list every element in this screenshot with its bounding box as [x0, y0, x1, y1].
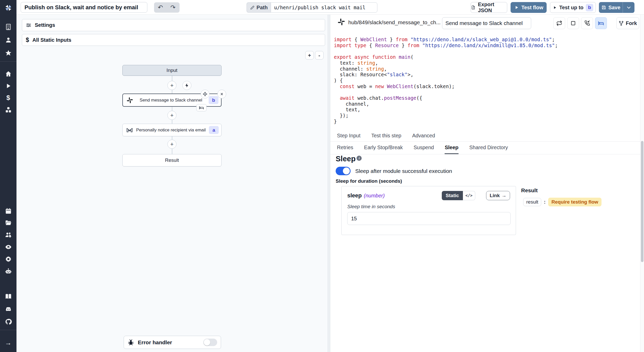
user-icon[interactable]: [0, 35, 16, 45]
insert-step-button[interactable]: +: [167, 111, 176, 120]
trigger-bolt-button[interactable]: [182, 81, 191, 90]
link-button[interactable]: Link →: [486, 191, 510, 200]
topbar: ↶ ↷ Path Export JSON Test flow Test up t…: [16, 0, 644, 15]
book-icon[interactable]: [0, 292, 16, 301]
subtab-shared-directory[interactable]: Shared Directory: [469, 142, 508, 154]
sidebar-divider: [0, 330, 16, 330]
path-group: Path: [247, 2, 377, 13]
sleep-field-name: sleep: [347, 192, 362, 199]
slack-icon: [126, 97, 133, 104]
test-flow-button[interactable]: Test flow: [511, 2, 547, 13]
error-handler-toggle[interactable]: [203, 339, 217, 346]
test-up-to-label: Test up to: [559, 5, 583, 11]
dollar-icon: $: [26, 37, 29, 44]
code-editor[interactable]: import { WebClient } from "https://deno.…: [334, 37, 639, 124]
step-id-badge: a: [209, 126, 219, 134]
error-handler-node[interactable]: Error handler: [124, 336, 221, 349]
plus-icon: +: [170, 112, 174, 119]
zoom-out-button[interactable]: -: [315, 51, 324, 60]
scrollbar[interactable]: [640, 15, 644, 352]
code-line: }: [334, 119, 639, 124]
path-edit-button[interactable]: Path: [247, 2, 271, 13]
windmill-flow-editor: $ →: [0, 0, 644, 352]
eye-icon[interactable]: [0, 242, 16, 252]
redo-icon: ↷: [170, 4, 175, 11]
flow-title-input[interactable]: [21, 2, 147, 13]
plus-icon: +: [170, 82, 174, 89]
bolt-icon: [184, 83, 189, 88]
folder-icon[interactable]: [0, 218, 16, 227]
sleep-seconds-input[interactable]: [347, 212, 511, 225]
sleep-input-description: Sleep time in seconds: [347, 204, 510, 209]
zoom-in-button[interactable]: +: [305, 51, 314, 60]
step-badge: b: [586, 4, 593, 11]
early-stop-icon-button[interactable]: [567, 17, 579, 29]
building-icon[interactable]: [0, 22, 16, 31]
minus-icon: -: [318, 52, 320, 58]
redo-button[interactable]: ↷: [167, 2, 179, 13]
export-json-button[interactable]: Export JSON: [471, 2, 507, 13]
discord-icon[interactable]: [0, 305, 16, 314]
arrow-right-icon: →: [502, 193, 506, 198]
slack-icon: [337, 18, 345, 26]
save-dropdown-button[interactable]: [623, 2, 634, 13]
home-icon[interactable]: [0, 69, 16, 78]
subtab-early-stop-break[interactable]: Early Stop/Break: [364, 142, 403, 154]
subtab-sleep[interactable]: Sleep: [445, 142, 458, 154]
info-icon[interactable]: i: [357, 156, 362, 161]
flow-node-result[interactable]: Result: [122, 154, 222, 166]
sleep-icon-button[interactable]: [595, 17, 607, 29]
windmill-logo-icon[interactable]: [0, 3, 16, 12]
insert-step-button[interactable]: +: [167, 81, 176, 90]
save-button[interactable]: Save: [599, 2, 623, 13]
fork-button[interactable]: Fork: [616, 17, 639, 29]
square-icon: [570, 20, 576, 26]
save-button-group: Save: [599, 2, 634, 13]
tab-advanced[interactable]: Advanced: [412, 131, 435, 141]
scrollbar-thumb[interactable]: [641, 141, 643, 262]
subtab-retries[interactable]: Retries: [337, 142, 353, 154]
tab-test-this-step[interactable]: Test this step: [371, 131, 401, 141]
insert-step-button[interactable]: +: [167, 140, 176, 149]
delete-step-button[interactable]: [217, 90, 226, 98]
github-icon[interactable]: [0, 317, 16, 326]
robot-icon[interactable]: [0, 266, 16, 276]
path-input[interactable]: [271, 2, 377, 13]
undo-button[interactable]: ↶: [154, 2, 167, 13]
flow-graph-panel: Settings $ All Static Inputs + - Input +…: [16, 15, 328, 352]
cubes-icon[interactable]: [0, 105, 16, 114]
settings-label: Settings: [35, 22, 55, 28]
static-segment-button[interactable]: Static: [442, 191, 463, 200]
code-segment-button[interactable]: </>: [463, 191, 475, 200]
subtab-suspend[interactable]: Suspend: [413, 142, 434, 154]
sleep-duration-label: Sleep for duration (seconds): [336, 178, 402, 184]
users-gear-icon[interactable]: [0, 230, 16, 239]
gear-icon[interactable]: [0, 254, 16, 264]
test-up-to-button[interactable]: Test up to b: [550, 2, 596, 13]
arrow-right-icon[interactable]: →: [0, 338, 16, 347]
all-static-inputs-section[interactable]: $ All Static Inputs: [22, 34, 325, 46]
panel-resize-gutter[interactable]: [328, 15, 330, 352]
tab-step-input[interactable]: Step Input: [337, 131, 360, 141]
flow-node-email-step[interactable]: Personally notice recipient via email a: [122, 124, 222, 136]
play-icon: [514, 5, 519, 10]
chevron-down-icon: [626, 5, 632, 10]
play-icon[interactable]: [0, 81, 16, 90]
step-name-input[interactable]: [442, 17, 531, 29]
sleep-toggle[interactable]: [336, 167, 351, 175]
calendar-icon[interactable]: [0, 206, 16, 215]
move-step-button[interactable]: [201, 90, 209, 98]
test-flow-label: Test flow: [521, 5, 543, 11]
code-line: [334, 48, 639, 54]
retries-icon-button[interactable]: [553, 17, 565, 29]
settings-section[interactable]: Settings: [22, 19, 325, 31]
code-line: text,: [334, 107, 639, 113]
code-line: import type { Resource } from "https://d…: [334, 43, 639, 48]
result-panel: Result result : Require testing flow: [521, 187, 637, 206]
dollar-icon[interactable]: $: [0, 93, 16, 102]
star-icon[interactable]: [0, 48, 16, 57]
flow-node-input[interactable]: Input: [122, 65, 222, 76]
sleep-indicator-chip[interactable]: [196, 104, 207, 111]
suspend-icon-button[interactable]: [581, 17, 593, 29]
result-key-chip[interactable]: result: [523, 198, 541, 206]
